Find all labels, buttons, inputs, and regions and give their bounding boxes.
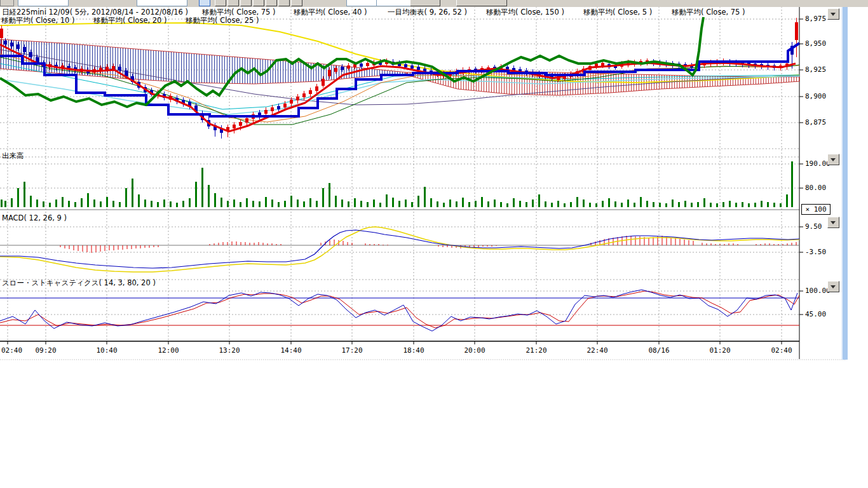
time-axis-label-4: 13:20 xyxy=(219,346,240,355)
legend-item-row2-1: 移動平均( Close, 20 ) xyxy=(93,17,167,25)
toolbar-icon-button-6[interactable] xyxy=(278,0,290,6)
time-axis-label-13: 02:40 xyxy=(771,346,792,355)
axis-label: 8,950 xyxy=(805,39,826,48)
toolbar-combo-symbol[interactable] xyxy=(18,0,69,6)
toolbar-apply-button[interactable] xyxy=(410,0,440,6)
macd-panel-label: MACD( 12, 26, 9 ) xyxy=(2,214,67,222)
time-axis-label-9: 21:20 xyxy=(526,346,546,355)
toolbar-icon-button-1[interactable] xyxy=(215,0,226,6)
chart-canvas[interactable] xyxy=(0,6,846,360)
toolbar-icon-button-3[interactable] xyxy=(240,0,252,6)
legend-item-row1-2: 移動平均( Close, 40 ) xyxy=(294,8,367,17)
time-axis-label-2: 10:40 xyxy=(96,346,117,355)
axis-label: 45.00 xyxy=(805,310,826,318)
vertical-scrollbar[interactable] xyxy=(841,6,848,360)
volume-multiplier-badge: × 100 xyxy=(801,204,831,215)
legend-item-row1-3: 一目均衡表( 9, 26, 52 ) xyxy=(388,8,467,17)
time-axis-label-8: 20:00 xyxy=(464,346,485,355)
main-panel-dropdown-button[interactable] xyxy=(827,8,839,20)
axis-label: 8,925 xyxy=(805,65,826,74)
stochastics-panel-label: スロー・ストキャスティクス( 14, 3, 80, 20 ) xyxy=(2,278,156,288)
axis-label: -3.50 xyxy=(805,248,826,256)
legend-item-row2-0: 移動平均( Close, 10 ) xyxy=(1,17,75,25)
legend-item-row2-2: 移動平均( Close, 25 ) xyxy=(186,17,259,25)
volume-panel-label: 出来高 xyxy=(2,151,24,161)
toolbar-icon-button-2[interactable] xyxy=(227,0,239,6)
top-toolbar xyxy=(0,0,868,7)
time-axis-label-6: 17:20 xyxy=(341,346,362,355)
toolbar-icon-button-5[interactable] xyxy=(266,0,277,6)
time-axis-label-12: 01:20 xyxy=(709,346,730,355)
axis-label: 9.50 xyxy=(805,222,822,231)
axis-label: 100.00 xyxy=(805,287,831,295)
axis-label: 8,875 xyxy=(805,118,826,126)
legend-item-row1-6: 移動平均( Close, 75 ) xyxy=(672,8,745,17)
axis-label: 80.00 xyxy=(805,184,826,192)
time-axis-label-1: 09:20 xyxy=(35,346,56,355)
time-axis-label-10: 22:40 xyxy=(587,346,607,355)
toolbar-multi-symbol-button[interactable] xyxy=(456,0,507,6)
axis-label: 8,900 xyxy=(805,92,826,100)
time-axis-label-5: 14:40 xyxy=(280,346,301,355)
toolbar-partial-box[interactable] xyxy=(0,0,14,6)
time-axis-label-11: 08/16 xyxy=(648,346,669,355)
time-axis-label-3: 12:00 xyxy=(158,346,179,355)
toolbar-icon-button-4[interactable] xyxy=(253,0,264,6)
volume-panel-dropdown-button[interactable] xyxy=(827,154,839,165)
time-axis-label-0: 02:40 xyxy=(1,346,22,355)
stochastics-panel-dropdown-button[interactable] xyxy=(827,281,839,292)
axis-label: 8,975 xyxy=(805,15,826,23)
time-axis-label-7: 18:40 xyxy=(403,346,424,355)
legend-item-row1-4: 移動平均( Close, 150 ) xyxy=(486,8,564,17)
legend-item-row1-5: 移動平均( Close, 5 ) xyxy=(583,8,652,17)
toolbar-combo-period[interactable] xyxy=(137,0,187,6)
toolbar-icon-active[interactable] xyxy=(199,0,210,6)
macd-panel-dropdown-button[interactable] xyxy=(827,217,839,228)
toolbar-icon-button-7[interactable] xyxy=(291,0,302,6)
axis-label: 190.00 xyxy=(805,159,831,168)
